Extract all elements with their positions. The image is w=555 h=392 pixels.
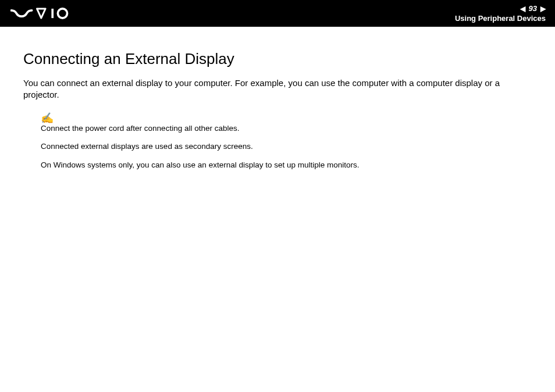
note-line-1: Connect the power cord after connecting … [41, 123, 532, 134]
page-nav: ◀ 93 ▶ [520, 4, 546, 13]
note-line-3: On Windows systems only, you can also us… [41, 160, 532, 170]
header-right: ◀ 93 ▶ Using Peripheral Devices [455, 4, 546, 23]
vaio-logo [10, 7, 79, 20]
vaio-logo-svg [10, 7, 79, 20]
prev-page-arrow[interactable]: ◀ [520, 5, 525, 12]
note-block: ✍ Connect the power cord after connectin… [41, 113, 532, 170]
section-title: Using Peripheral Devices [455, 14, 546, 23]
header-bar: ◀ 93 ▶ Using Peripheral Devices [0, 0, 555, 27]
content-area: Connecting an External Display You can c… [0, 27, 555, 170]
page-title: Connecting an External Display [23, 50, 532, 68]
svg-point-1 [58, 9, 67, 18]
intro-paragraph: You can connect an external display to y… [23, 77, 532, 101]
note-line-2: Connected external displays are used as … [41, 141, 532, 152]
note-icon: ✍ [41, 113, 532, 123]
next-page-arrow[interactable]: ▶ [540, 5, 546, 12]
svg-rect-0 [51, 9, 54, 18]
page-number: 93 [529, 4, 537, 13]
